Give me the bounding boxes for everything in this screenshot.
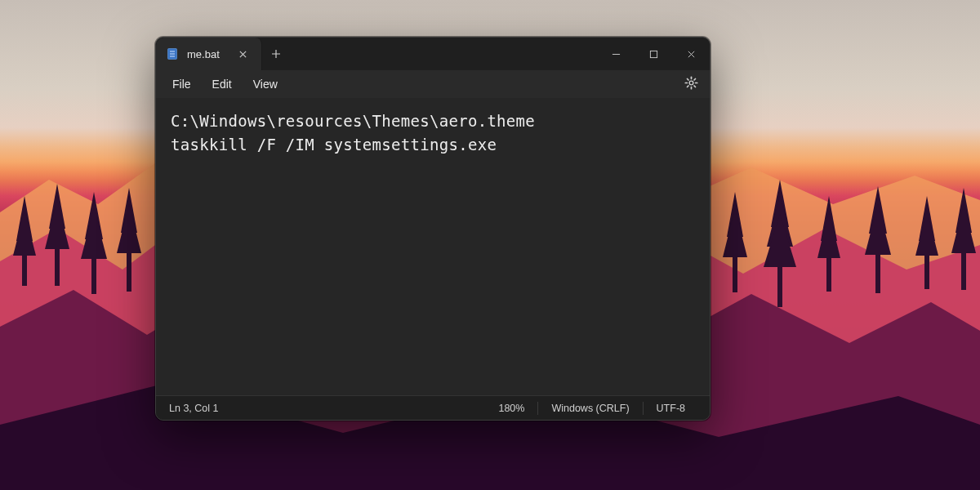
svg-rect-4 <box>733 255 737 292</box>
svg-rect-9 <box>961 251 966 290</box>
titlebar[interactable]: me.bat <box>156 38 710 70</box>
status-zoom[interactable]: 180% <box>485 396 537 420</box>
svg-rect-1 <box>55 247 60 286</box>
svg-rect-3 <box>127 251 131 292</box>
svg-rect-0 <box>22 253 27 286</box>
editor-content[interactable]: C:\Windows\resources\Themes\aero.theme t… <box>156 98 710 395</box>
notepad-window: me.bat File Edit View <box>155 37 710 421</box>
gear-icon <box>684 76 698 92</box>
svg-line-21 <box>694 86 695 87</box>
menu-view[interactable]: View <box>243 74 287 94</box>
status-cursor-position[interactable]: Ln 3, Col 1 <box>167 396 231 420</box>
minimize-button[interactable] <box>597 38 635 70</box>
settings-button[interactable] <box>679 72 703 96</box>
svg-rect-7 <box>875 252 880 293</box>
tab-close-button[interactable] <box>234 45 252 63</box>
svg-line-20 <box>687 79 688 80</box>
window-controls <box>597 38 710 70</box>
menu-file[interactable]: File <box>163 74 201 94</box>
window-close-button[interactable] <box>672 38 710 70</box>
svg-line-22 <box>694 79 695 80</box>
new-tab-button[interactable] <box>262 38 290 70</box>
statusbar: Ln 3, Col 1 180% Windows (CRLF) UTF-8 <box>156 395 710 420</box>
svg-point-15 <box>689 81 693 85</box>
menu-edit[interactable]: Edit <box>203 74 242 94</box>
svg-rect-5 <box>777 265 782 307</box>
tab-title: me.bat <box>187 48 225 60</box>
menubar: File Edit View <box>156 70 710 98</box>
svg-rect-2 <box>91 256 96 294</box>
svg-rect-14 <box>650 51 657 57</box>
maximize-button[interactable] <box>635 38 672 70</box>
status-encoding[interactable]: UTF-8 <box>644 396 698 420</box>
notepad-file-icon <box>166 47 179 60</box>
svg-rect-8 <box>924 253 929 289</box>
svg-rect-6 <box>826 256 831 292</box>
status-line-endings[interactable]: Windows (CRLF) <box>538 396 642 420</box>
titlebar-drag-region[interactable] <box>290 38 597 70</box>
tab-current[interactable]: me.bat <box>156 38 262 70</box>
svg-line-23 <box>687 86 688 87</box>
